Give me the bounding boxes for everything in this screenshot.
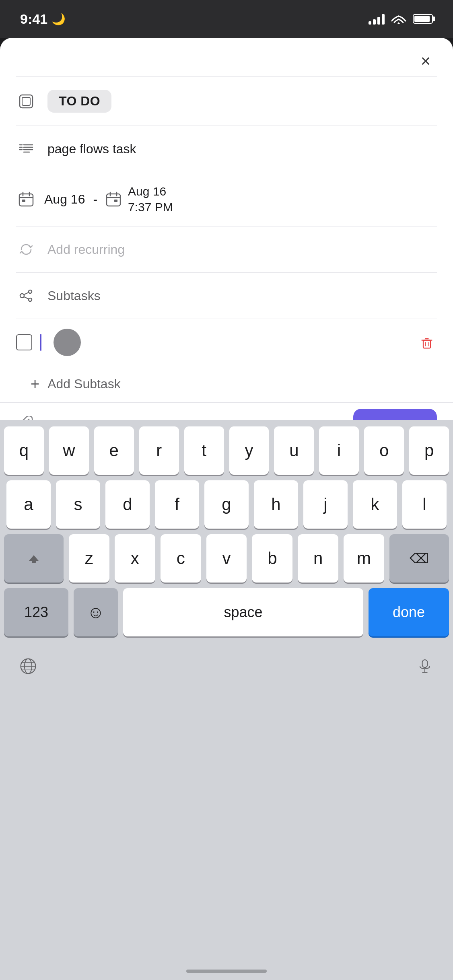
date-end-block: Aug 16 7:37 PM bbox=[105, 183, 173, 215]
close-button[interactable]: × bbox=[414, 50, 437, 72]
key-g[interactable]: g bbox=[204, 480, 249, 529]
status-row: TO DO bbox=[0, 77, 453, 126]
date-end-text: Aug 16 7:37 PM bbox=[128, 183, 173, 215]
date-end-line1: Aug 16 bbox=[128, 183, 173, 199]
calendar-end-icon-svg bbox=[105, 191, 121, 207]
keyboard-row-1: q w e r t y u i o p bbox=[4, 426, 449, 475]
key-t[interactable]: t bbox=[184, 426, 224, 475]
space-key[interactable]: space bbox=[123, 588, 363, 636]
svg-rect-1 bbox=[22, 97, 30, 105]
done-key[interactable]: done bbox=[369, 588, 449, 636]
delete-key[interactable]: ⌫ bbox=[389, 534, 449, 583]
time-label: 9:41 bbox=[20, 11, 47, 27]
date-start-label: Aug 16 bbox=[44, 192, 85, 207]
subtasks-label: Subtasks bbox=[47, 288, 101, 303]
key-p[interactable]: p bbox=[409, 426, 449, 475]
subtask-delete-button[interactable] bbox=[417, 332, 437, 352]
key-x[interactable]: x bbox=[115, 534, 155, 583]
svg-rect-18 bbox=[114, 200, 117, 202]
key-e[interactable]: e bbox=[94, 426, 134, 475]
recurring-row[interactable]: Add recurring bbox=[0, 226, 453, 272]
subtask-checkbox[interactable] bbox=[16, 334, 32, 350]
add-subtask-plus-icon: + bbox=[31, 375, 39, 393]
subtask-drag-handle bbox=[54, 329, 81, 356]
recurring-icon bbox=[16, 239, 36, 259]
key-r[interactable]: r bbox=[139, 426, 179, 475]
date-row[interactable]: Aug 16 - Aug 16 7:37 PM bbox=[0, 172, 453, 226]
key-b[interactable]: b bbox=[252, 534, 292, 583]
svg-point-21 bbox=[29, 298, 32, 301]
svg-rect-24 bbox=[423, 340, 430, 348]
status-icons bbox=[369, 13, 433, 25]
status-time: 9:41 🌙 bbox=[20, 11, 66, 27]
emoji-key[interactable]: ☺ bbox=[74, 588, 118, 636]
moon-icon: 🌙 bbox=[51, 12, 66, 26]
svg-point-19 bbox=[20, 294, 24, 298]
key-l[interactable]: l bbox=[402, 480, 447, 529]
keyboard-row-3: z x c v b n m ⌫ bbox=[4, 534, 449, 583]
keyboard-row-4: 123 ☺ space done bbox=[4, 588, 449, 636]
keyboard-rows: q w e r t y u i o p a s d f g h j k l bbox=[0, 420, 453, 636]
wifi-icon bbox=[391, 13, 406, 25]
svg-rect-35 bbox=[422, 660, 428, 667]
shift-key[interactable] bbox=[4, 534, 64, 583]
svg-rect-14 bbox=[107, 194, 120, 206]
task-icon bbox=[16, 139, 36, 159]
key-h[interactable]: h bbox=[254, 480, 298, 529]
key-z[interactable]: z bbox=[69, 534, 109, 583]
key-c[interactable]: c bbox=[161, 534, 201, 583]
recurring-icon-svg bbox=[18, 241, 34, 257]
key-j[interactable]: j bbox=[303, 480, 348, 529]
subtask-cursor bbox=[40, 334, 41, 351]
svg-rect-0 bbox=[20, 95, 33, 108]
keyboard-bottom-row bbox=[0, 642, 453, 690]
task-name-row: page flows task bbox=[0, 126, 453, 172]
numbers-key[interactable]: 123 bbox=[4, 588, 68, 636]
key-u[interactable]: u bbox=[274, 426, 314, 475]
key-i[interactable]: i bbox=[319, 426, 359, 475]
mic-key[interactable] bbox=[405, 650, 445, 682]
recurring-label: Add recurring bbox=[47, 242, 125, 257]
signal-icon bbox=[369, 13, 385, 25]
add-subtask-row[interactable]: + Add Subtask bbox=[0, 366, 453, 402]
keyboard: q w e r t y u i o p a s d f g h j k l bbox=[0, 420, 453, 980]
svg-rect-9 bbox=[19, 194, 33, 206]
svg-line-22 bbox=[24, 292, 29, 294]
svg-point-20 bbox=[29, 290, 32, 293]
task-name-label[interactable]: page flows task bbox=[47, 142, 136, 156]
key-v[interactable]: v bbox=[206, 534, 247, 583]
key-a[interactable]: a bbox=[6, 480, 51, 529]
keyboard-row-2: a s d f g h j k l bbox=[4, 480, 449, 529]
calendar-start-icon bbox=[18, 191, 34, 207]
key-w[interactable]: w bbox=[49, 426, 89, 475]
subtasks-icon bbox=[16, 286, 36, 306]
svg-rect-13 bbox=[22, 200, 25, 202]
calendar-end-icon bbox=[105, 191, 121, 207]
date-separator: - bbox=[93, 192, 97, 207]
key-y[interactable]: y bbox=[229, 426, 269, 475]
subtask-input-row bbox=[0, 319, 453, 366]
svg-rect-29 bbox=[32, 560, 36, 563]
date-start-icon bbox=[16, 189, 36, 209]
mic-icon bbox=[417, 657, 433, 675]
globe-key[interactable] bbox=[8, 650, 48, 682]
key-k[interactable]: k bbox=[353, 480, 397, 529]
subtask-icon-svg bbox=[18, 288, 34, 304]
checkbox-icon bbox=[18, 93, 34, 109]
key-s[interactable]: s bbox=[56, 480, 100, 529]
svg-line-23 bbox=[24, 297, 29, 299]
key-q[interactable]: q bbox=[4, 426, 44, 475]
key-m[interactable]: m bbox=[344, 534, 384, 583]
key-n[interactable]: n bbox=[298, 534, 338, 583]
status-badge[interactable]: TO DO bbox=[47, 90, 111, 113]
status-bar: 9:41 🌙 bbox=[0, 0, 453, 38]
globe-icon bbox=[19, 657, 37, 675]
trash-icon bbox=[420, 335, 434, 350]
key-f[interactable]: f bbox=[155, 480, 199, 529]
key-o[interactable]: o bbox=[364, 426, 404, 475]
subtasks-row: Subtasks bbox=[0, 273, 453, 319]
list-icon bbox=[18, 141, 34, 157]
key-d[interactable]: d bbox=[105, 480, 150, 529]
status-row-icon bbox=[16, 91, 36, 111]
close-row: × bbox=[0, 38, 453, 76]
